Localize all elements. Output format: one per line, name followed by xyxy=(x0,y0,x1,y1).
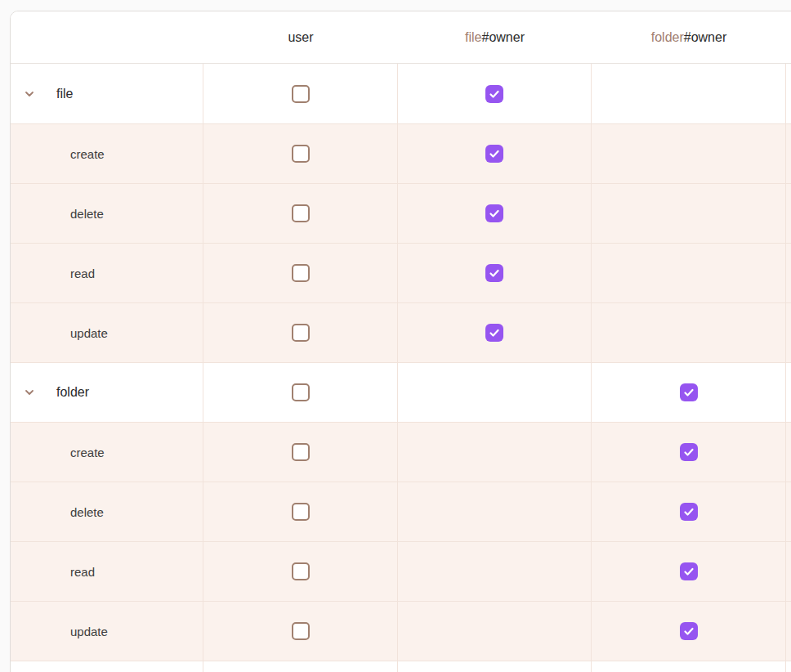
cell-cutoff xyxy=(786,661,791,672)
row-label: delete xyxy=(70,207,104,221)
checkbox-unchecked[interactable] xyxy=(292,204,310,222)
checkbox-unchecked[interactable] xyxy=(292,383,310,401)
table-row-file.update: update xyxy=(11,302,791,362)
chevron-down-icon[interactable] xyxy=(23,87,36,101)
table-row-folder.create: create xyxy=(11,422,791,482)
row-label: update xyxy=(70,625,108,638)
cell-cutoff xyxy=(786,244,791,302)
row-label: update xyxy=(70,326,108,340)
checkbox-checked[interactable] xyxy=(485,145,503,163)
row-label: file xyxy=(56,87,73,101)
checkbox-unchecked[interactable] xyxy=(292,443,310,461)
cell-file-owner xyxy=(398,363,592,422)
checkbox-unchecked[interactable] xyxy=(292,622,310,640)
permissions-matrix-table: user file#owner folder#owner filecreated… xyxy=(10,11,791,672)
column-header-entity-part: file xyxy=(465,30,481,45)
row-label: read xyxy=(70,267,95,280)
table-row-file.delete: delete xyxy=(11,183,791,243)
table-row-partial xyxy=(11,661,791,672)
cell-folder-owner xyxy=(592,303,786,362)
cell-cutoff xyxy=(786,64,791,123)
row-label: delete xyxy=(70,505,104,519)
cell-cutoff xyxy=(786,303,791,362)
checkbox-unchecked[interactable] xyxy=(292,145,310,163)
checkbox-checked[interactable] xyxy=(680,562,698,580)
cell-file-owner xyxy=(398,602,592,661)
table-row-folder.delete: delete xyxy=(11,482,791,541)
cell-file-owner xyxy=(398,184,592,243)
cell-file-owner xyxy=(398,124,592,183)
row-label-cell: delete xyxy=(11,482,203,541)
table-row-folder: folder xyxy=(11,362,791,422)
row-label-cell: read xyxy=(11,542,203,601)
cell-cutoff xyxy=(786,423,791,482)
cell-cutoff xyxy=(786,184,791,243)
checkbox-unchecked[interactable] xyxy=(292,503,310,521)
checkbox-checked[interactable] xyxy=(680,622,698,640)
checkbox-checked[interactable] xyxy=(680,503,698,521)
cell-folder-owner xyxy=(592,363,786,422)
table-body: filecreatedeletereadupdatefoldercreatede… xyxy=(11,64,791,672)
checkbox-checked[interactable] xyxy=(680,383,698,401)
row-label: create xyxy=(70,147,105,161)
cell-user xyxy=(203,124,398,183)
cell-folder-owner xyxy=(592,184,786,243)
cell-user xyxy=(203,244,398,302)
table-row-file.create: create xyxy=(11,123,791,183)
cell-user xyxy=(203,303,398,362)
table-row-folder.update: update xyxy=(11,601,791,661)
checkbox-checked[interactable] xyxy=(485,204,503,222)
cell-user xyxy=(203,423,398,482)
cell-cutoff xyxy=(786,363,791,422)
cell-user xyxy=(203,184,398,243)
checkbox-unchecked[interactable] xyxy=(292,324,310,342)
column-header-cutoff xyxy=(786,11,791,63)
cell-user xyxy=(203,363,398,422)
row-label: create xyxy=(70,446,105,459)
column-header-main-part: #owner xyxy=(481,30,524,45)
table-row-file.read: read xyxy=(11,243,791,302)
column-header-user: user xyxy=(203,11,398,63)
checkbox-unchecked[interactable] xyxy=(292,264,310,282)
cell-folder-owner xyxy=(592,423,786,482)
checkbox-unchecked[interactable] xyxy=(292,85,310,103)
checkbox-unchecked[interactable] xyxy=(292,562,310,580)
cell-user xyxy=(203,602,398,661)
checkbox-checked[interactable] xyxy=(680,443,698,461)
checkbox-checked[interactable] xyxy=(485,85,503,103)
cell-cutoff xyxy=(786,602,791,661)
column-header-main-part: user xyxy=(288,30,313,45)
checkbox-checked[interactable] xyxy=(485,264,503,282)
cell-cutoff xyxy=(786,482,791,541)
cell-file-owner xyxy=(398,244,592,302)
cell-folder-owner xyxy=(592,661,786,672)
chevron-down-icon[interactable] xyxy=(23,386,36,399)
table-header-row: user file#owner folder#owner xyxy=(11,11,791,64)
cell-file-owner xyxy=(398,64,592,123)
table-row-folder.read: read xyxy=(11,541,791,601)
table-row-file: file xyxy=(11,64,791,123)
row-label-cell: create xyxy=(11,423,203,482)
cell-file-owner xyxy=(398,482,592,541)
row-label-cell: update xyxy=(11,303,203,362)
row-label-cell xyxy=(11,661,203,672)
row-label: read xyxy=(70,565,95,579)
row-label: folder xyxy=(56,385,89,400)
cell-folder-owner xyxy=(592,482,786,541)
row-label-cell: create xyxy=(11,124,203,183)
cell-user xyxy=(203,482,398,541)
cell-cutoff xyxy=(786,542,791,601)
cell-folder-owner xyxy=(592,124,786,183)
cell-folder-owner xyxy=(592,244,786,302)
row-label-cell: update xyxy=(11,602,203,661)
checkbox-checked[interactable] xyxy=(485,324,503,342)
row-label-cell: delete xyxy=(11,184,203,243)
row-label-cell: folder xyxy=(11,363,203,422)
row-label-cell: read xyxy=(11,244,203,302)
row-label-cell: file xyxy=(11,64,203,123)
cell-folder-owner xyxy=(592,602,786,661)
cell-file-owner xyxy=(398,542,592,601)
cell-user xyxy=(203,661,398,672)
cell-user xyxy=(203,542,398,601)
cell-file-owner xyxy=(398,661,592,672)
